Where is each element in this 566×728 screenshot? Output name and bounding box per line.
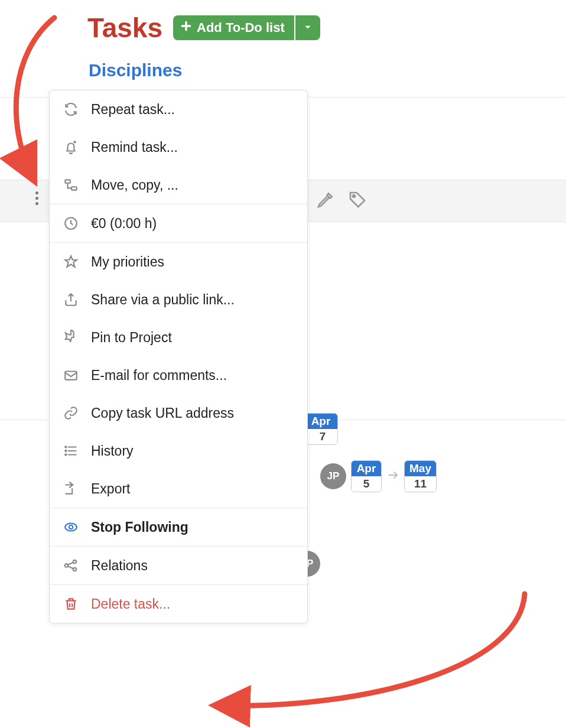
menu-time-cost[interactable]: €0 (0:00 h) [50,204,307,242]
menu-email-comments[interactable]: E-mail for comments... [50,356,307,394]
menu-my-priorities[interactable]: My priorities [50,243,307,281]
plus-icon [180,20,192,35]
avatar-partial: JP [307,551,320,577]
pencil-icon[interactable] [316,190,335,209]
date-day: 11 [405,476,436,492]
date-day: 7 [308,429,337,444]
menu-delete-task[interactable]: Delete task... [50,585,307,623]
section-title-disciplines[interactable]: Disciplines [89,60,566,80]
add-todo-list-button[interactable]: Add To-Do list [173,15,294,40]
tag-icon[interactable] [348,190,367,209]
date-month: May [405,461,436,476]
menu-relations[interactable]: Relations [50,547,307,584]
menu-move-copy[interactable]: Move, copy, ... [50,166,307,204]
eye-icon [63,519,79,535]
menu-share-public-link[interactable]: Share via a public link... [50,281,307,318]
share-icon [63,291,79,308]
chevron-down-icon [304,23,312,33]
star-icon [63,254,79,270]
svg-rect-2 [71,187,77,190]
menu-remind-task[interactable]: Remind task... [50,128,307,166]
trash-icon [63,596,79,612]
svg-rect-4 [65,372,77,380]
repeat-icon [63,101,79,118]
history-list-icon [63,443,79,459]
folder-tree-icon [63,177,79,193]
menu-stop-following[interactable]: Stop Following [50,508,307,546]
date-chip[interactable]: Apr 7 [307,413,338,445]
date-day: 5 [352,476,381,492]
task-more-options-button[interactable] [32,188,42,209]
svg-point-6 [65,450,66,451]
page-title: Tasks [87,12,162,44]
avatar-jp[interactable]: JP [320,463,346,489]
date-chip-start[interactable]: Apr 5 [351,460,382,492]
svg-rect-1 [65,180,70,183]
svg-point-5 [65,446,66,447]
add-button-label: Add To-Do list [197,20,285,35]
link-icon [63,405,79,421]
menu-repeat-task[interactable]: Repeat task... [50,90,307,128]
relations-icon [63,557,79,574]
svg-point-9 [69,525,73,529]
date-chip-end[interactable]: May 11 [404,460,437,492]
svg-point-7 [65,454,66,455]
export-arrow-icon [63,480,79,497]
clock-icon [63,215,79,232]
add-todo-dropdown-button[interactable] [295,15,320,40]
envelope-icon [63,367,79,384]
svg-point-8 [65,524,77,531]
page-header: Tasks Add To-Do list Disciplines [0,0,566,80]
arrow-right-icon [386,469,399,484]
menu-export[interactable]: Export [50,470,307,508]
pin-icon [63,329,79,346]
bell-plus-icon [63,139,79,155]
menu-pin-to-project[interactable]: Pin to Project [50,318,307,356]
menu-copy-url[interactable]: Copy task URL address [50,394,307,432]
date-month: Apr [352,461,381,476]
date-month: Apr [308,414,337,429]
task-context-menu: Repeat task... Remind task... Move, copy… [49,90,308,623]
svg-point-0 [353,195,355,197]
menu-history[interactable]: History [50,432,307,470]
